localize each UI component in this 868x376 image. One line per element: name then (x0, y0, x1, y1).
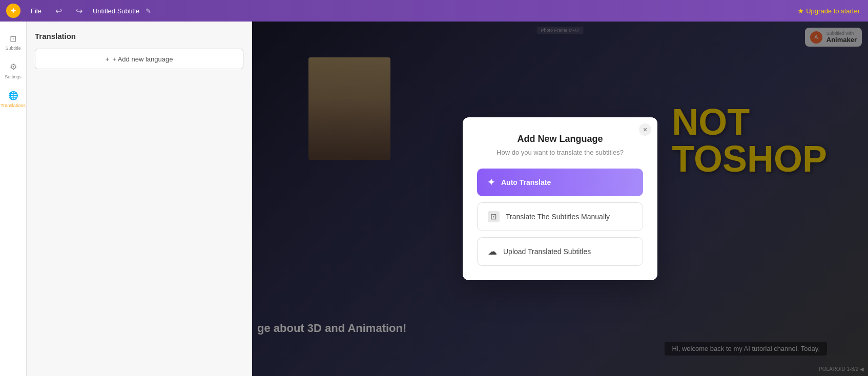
sidebar-item-subtitle[interactable]: ⊡ Subtitle (2, 30, 25, 54)
modal-title: Add New Language (477, 134, 643, 144)
settings-icon: ⚙ (8, 61, 19, 73)
auto-translate-label: Auto Translate (501, 178, 551, 186)
add-icon: + (106, 55, 110, 63)
modal-subtitle: How do you want to translate the subtitl… (477, 149, 643, 156)
upload-subtitles-button[interactable]: ☁ Upload Translated Subtitles (477, 237, 643, 266)
sidebar-label-subtitle: Subtitle (5, 46, 20, 51)
subtitle-icon: ⊡ (8, 33, 19, 44)
modal-backdrop: × Add New Language How do you want to tr… (252, 22, 868, 376)
upload-icon: ☁ (488, 246, 497, 257)
icon-sidebar: ⊡ Subtitle ⚙ Settings 🌐 Translations (0, 22, 27, 376)
add-language-label: + Add new language (112, 55, 173, 63)
auto-translate-icon: ✦ (487, 177, 495, 188)
translations-icon: 🌐 (8, 90, 19, 101)
upgrade-star-icon: ★ (798, 7, 804, 15)
manual-translate-label: Translate The Subtitles Manually (506, 213, 610, 221)
add-language-button[interactable]: + + Add new language (35, 49, 243, 69)
main-layout: ⊡ Subtitle ⚙ Settings 🌐 Translations Tra… (0, 22, 868, 376)
app-logo: ✦ (6, 4, 20, 18)
upgrade-button[interactable]: ★ Upgrade to starter (798, 7, 860, 15)
sidebar-label-translations: Translations (1, 103, 26, 109)
translation-panel: Translation + + Add new language (27, 22, 252, 376)
topbar: ✦ File ↩ ↪ Untitled Subtitle ✎ ★ Upgrade… (0, 0, 868, 22)
manual-translate-icon: ⊡ (488, 211, 500, 222)
document-title: Untitled Subtitle (93, 7, 139, 15)
close-icon: × (643, 126, 647, 134)
sidebar-label-settings: Settings (5, 74, 22, 80)
video-area: Photo Frame M-47 NOT TOSHOP Hi, welcome … (252, 22, 868, 376)
upload-subtitles-label: Upload Translated Subtitles (503, 247, 591, 256)
auto-translate-button[interactable]: ✦ Auto Translate (477, 169, 643, 196)
sidebar-item-translations[interactable]: 🌐 Translations (2, 87, 25, 112)
modal-close-button[interactable]: × (639, 123, 651, 136)
upgrade-label: Upgrade to starter (806, 7, 860, 15)
sidebar-item-settings[interactable]: ⚙ Settings (2, 58, 25, 83)
manual-translate-button[interactable]: ⊡ Translate The Subtitles Manually (477, 202, 643, 231)
file-menu[interactable]: File (27, 5, 46, 17)
translation-panel-title: Translation (35, 32, 243, 40)
add-language-modal: × Add New Language How do you want to tr… (463, 117, 657, 280)
undo-button[interactable]: ↩ (52, 4, 66, 18)
redo-button[interactable]: ↪ (72, 4, 87, 18)
edit-title-icon[interactable]: ✎ (146, 7, 151, 15)
